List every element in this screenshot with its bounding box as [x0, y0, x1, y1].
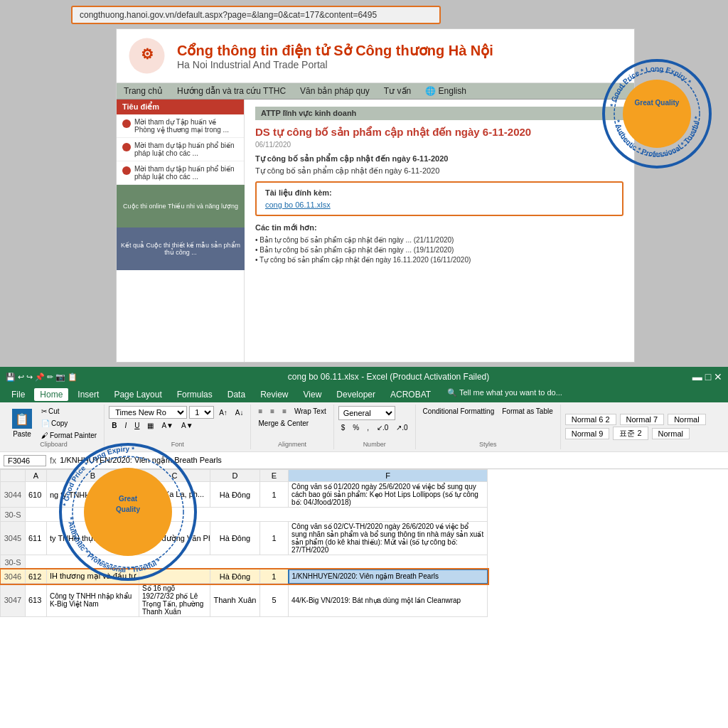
- align-center-button[interactable]: ≡: [267, 406, 277, 417]
- cell-E-3044[interactable]: 1: [260, 482, 289, 508]
- wrap-text-button[interactable]: Wrap Text: [291, 406, 329, 417]
- red-dot-0: [122, 119, 131, 128]
- cell-B-3044[interactable]: ng ty TNHH t...: [47, 482, 139, 508]
- format-painter-button[interactable]: 🖌 Format Painter: [38, 430, 100, 441]
- news-item-0[interactable]: Bản tự công bố sản phẩm cập nhật đến ngà…: [255, 236, 623, 244]
- article-title[interactable]: DS tự công bố sản phẩm cập nhật đến ngày…: [255, 126, 623, 139]
- col-header-E[interactable]: E: [260, 470, 289, 482]
- menu-developer[interactable]: Developer: [331, 388, 381, 401]
- underline-button[interactable]: U: [132, 420, 142, 431]
- paste-button[interactable]: 📋 Paste: [8, 407, 36, 439]
- cell-E-3046[interactable]: 1: [260, 569, 289, 584]
- style-normal9[interactable]: Normal 9: [565, 428, 610, 439]
- bold-button[interactable]: B: [109, 420, 119, 431]
- cell-D-3046[interactable]: Hà Đông: [210, 569, 260, 584]
- cell-E-3045[interactable]: 1: [260, 522, 289, 555]
- cell-B-3046[interactable]: IH thương mại và đầu tư l2 khu đô thị Vă…: [47, 569, 139, 584]
- attachment-link[interactable]: cong bo 06.11.xlsx: [265, 200, 331, 209]
- increase-decimal[interactable]: ↗.0: [393, 422, 410, 433]
- number-format-select[interactable]: General: [338, 406, 395, 420]
- menu-insert[interactable]: Insert: [72, 388, 105, 401]
- menu-view[interactable]: View: [298, 388, 328, 401]
- col-header-A[interactable]: A: [26, 470, 47, 482]
- merge-center-button[interactable]: Merge & Center: [255, 418, 311, 429]
- col-header-D[interactable]: D: [210, 470, 260, 482]
- news-item-1[interactable]: Bản tự công bố sản phẩm cập nhật đến ngà…: [255, 246, 623, 254]
- alignment-group: ≡ ≡ ≡ Wrap Text Merge & Center Alignment: [251, 405, 333, 449]
- nav-english[interactable]: 🌐 English: [425, 86, 466, 96]
- left-image-0[interactable]: Cuộc thi online Thiếu nhi và năng lượng: [117, 185, 245, 228]
- style-normal62[interactable]: Normal 6 2: [565, 414, 616, 425]
- cell-C-3047[interactable]: Số 16 ngõ 192/72/32 phố Lê Trọng Tấn, ph…: [139, 584, 210, 617]
- formula-input[interactable]: [60, 456, 724, 465]
- style-normal-last[interactable]: Normal: [652, 428, 690, 439]
- cell-A-3046[interactable]: 612: [26, 569, 47, 584]
- nav-huongdan[interactable]: Hướng dẫn và tra cứu TTHC: [177, 86, 286, 96]
- col-header-C[interactable]: C: [139, 470, 210, 482]
- menu-file[interactable]: File: [6, 388, 31, 401]
- cell-reference-input[interactable]: [4, 455, 46, 466]
- style-pjun2[interactable]: 표준 2: [613, 427, 648, 440]
- align-left-button[interactable]: ≡: [255, 406, 265, 417]
- left-image-1[interactable]: Kết quả Cuộc thi thiết kế mẫu sản phẩm t…: [117, 228, 245, 270]
- comma-button[interactable]: ,: [364, 422, 372, 433]
- cell-F-3046[interactable]: 1/KNHHUYEN/2020: Viên ngậm Breath Pearls: [289, 569, 488, 584]
- style-normal[interactable]: Normal: [668, 414, 705, 425]
- cell-F-3044[interactable]: Công văn số 01/2020 ngày 25/6/2020 về vi…: [289, 482, 488, 508]
- cell-30s1: [26, 508, 488, 522]
- cell-B-3047[interactable]: Công ty TNHH nhập khẩu K-Big Việt Nam: [47, 584, 139, 617]
- cell-D-3045[interactable]: Hà Đông: [210, 522, 260, 555]
- spreadsheet[interactable]: A B C D E F 3044 610 ng ty TNHH t... ...…: [0, 469, 728, 728]
- copy-button[interactable]: 📄 Copy: [38, 418, 100, 429]
- cell-A-3045[interactable]: 611: [26, 522, 47, 555]
- menu-acrobat[interactable]: ACROBAT: [385, 388, 437, 401]
- menu-data[interactable]: Data: [222, 388, 251, 401]
- url-bar[interactable]: congthuong.hanoi.gov.vn/default.aspx?pag…: [71, 6, 441, 24]
- font-color-button[interactable]: A▼: [178, 420, 196, 431]
- align-right-button[interactable]: ≡: [279, 406, 289, 417]
- cell-D-3047[interactable]: Thanh Xuân: [210, 584, 260, 617]
- cell-A-3047[interactable]: 613: [26, 584, 47, 617]
- cell-C-3046[interactable]: [139, 569, 210, 584]
- font-size-select[interactable]: 13: [189, 406, 214, 419]
- left-item-1[interactable]: Mời tham dự tập huấn phổ biến pháp luật …: [117, 138, 244, 161]
- grow-font-button[interactable]: A↑: [216, 407, 230, 418]
- col-header-B[interactable]: B: [47, 470, 139, 482]
- cell-C-3044[interactable]: ...mới Xa La, ph...: [139, 482, 210, 508]
- menu-review[interactable]: Review: [255, 388, 294, 401]
- menu-home[interactable]: Home: [34, 388, 68, 401]
- cell-C-3045[interactable]: ...38, đường Văn Phú, phườ...: [139, 522, 210, 555]
- cell-D-3044[interactable]: Hà Đông: [210, 482, 260, 508]
- news-item-2[interactable]: Tự công bố sản phẩm cập nhật đến ngày 16…: [255, 256, 623, 264]
- cell-F-3047[interactable]: 44/K-Big VN/2019: Bát nhựa dùng một lần …: [289, 584, 488, 617]
- nav-tuvan[interactable]: Tư vấn: [384, 86, 411, 96]
- menu-pagelayout[interactable]: Page Layout: [108, 388, 167, 401]
- percent-button[interactable]: %: [350, 422, 362, 433]
- decrease-decimal[interactable]: ↙.0: [374, 422, 391, 433]
- cell-B-3045[interactable]: ty TNHH thực phẩm T...: [47, 522, 139, 555]
- cell-F-3045[interactable]: Công văn số 02/CV-TH/2020 ngày 26/6/2020…: [289, 522, 488, 555]
- col-header-F[interactable]: F: [289, 470, 488, 482]
- left-item-0[interactable]: Mời tham dự Tập huấn về Phòng vệ thương …: [117, 114, 244, 138]
- dollar-button[interactable]: $: [338, 422, 348, 433]
- border-button[interactable]: ▦: [144, 420, 156, 431]
- table-row: 3044 610 ng ty TNHH t... ...mới Xa La, p…: [1, 482, 488, 508]
- cell-E-3047[interactable]: 5: [260, 584, 289, 617]
- menu-formulas[interactable]: Formulas: [171, 388, 218, 401]
- cell-A-3044[interactable]: 610: [26, 482, 47, 508]
- shrink-font-button[interactable]: A↓: [232, 407, 247, 418]
- number-label: Number: [363, 441, 386, 448]
- cut-button[interactable]: ✂ Cut: [38, 406, 100, 417]
- left-panel: Tiêu điểm Mời tham dự Tập huấn về Phòng …: [117, 100, 245, 363]
- row-num-3047: 3047: [1, 584, 26, 617]
- font-name-select[interactable]: Times New Ro: [109, 406, 187, 419]
- italic-button[interactable]: I: [122, 420, 129, 431]
- svg-text:Great Quality: Great Quality: [635, 99, 680, 107]
- style-normal7[interactable]: Normal 7: [620, 414, 665, 425]
- nav-trangchu[interactable]: Trang chủ: [124, 86, 163, 96]
- format-as-table-button[interactable]: Format as Table: [499, 406, 556, 417]
- fill-color-button[interactable]: A▼: [159, 420, 176, 431]
- left-item-2[interactable]: Mời tham dự tập huấn phổ biến pháp luật …: [117, 161, 244, 185]
- conditional-formatting-button[interactable]: Conditional Formatting: [420, 406, 498, 417]
- nav-vanbан[interactable]: Văn bản pháp quy: [300, 86, 370, 96]
